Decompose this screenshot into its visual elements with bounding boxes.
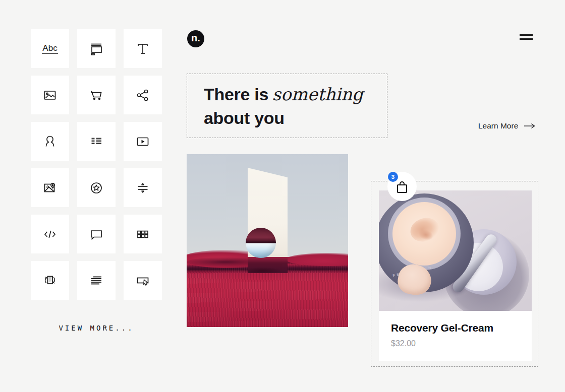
tile-align-left[interactable]: [77, 261, 116, 300]
tile-comment[interactable]: [77, 215, 116, 253]
product-image: FENTY SKIN: [379, 190, 532, 311]
page-sync-icon: [41, 272, 59, 290]
share-icon: [134, 86, 152, 104]
cart-badge: 3: [388, 172, 398, 182]
tile-page-sync[interactable]: [31, 261, 69, 300]
tile-image[interactable]: [31, 76, 69, 114]
align-left-icon: [87, 272, 105, 290]
button-cursor-icon: [134, 272, 152, 290]
vertical-spacer-icon: [134, 179, 152, 197]
star-badge-icon: [87, 179, 105, 197]
tile-code[interactable]: [31, 215, 69, 253]
comment-icon: [87, 225, 105, 243]
headline-line-1: There issomething: [204, 83, 387, 106]
spellcheck-icon: Abc: [42, 44, 58, 54]
shopping-bag-icon: [396, 180, 409, 194]
video-player-icon: [134, 133, 152, 151]
cart-button[interactable]: 3: [387, 172, 417, 201]
svg-text:G: G: [46, 185, 48, 188]
hero-image: [187, 154, 348, 327]
tile-article-list[interactable]: [77, 122, 116, 161]
product-title: Recovery Gel-Cream: [391, 322, 520, 334]
article-list-icon: [87, 133, 105, 151]
browser-window-icon: [87, 40, 105, 58]
tile-spellcheck[interactable]: Abc: [31, 29, 69, 68]
image-icon: [41, 86, 59, 104]
tile-shopping-cart[interactable]: [77, 76, 116, 114]
typography-icon: [134, 40, 152, 58]
tile-browser-window[interactable]: [77, 29, 116, 68]
product-card[interactable]: FENTY SKIN Recovery Gel-Cream $32.00: [371, 181, 538, 367]
view-more-link[interactable]: VIEW MORE...: [31, 324, 162, 332]
headline-emphasis: something: [272, 84, 363, 104]
arrow-right-icon: [524, 123, 536, 129]
tile-video-player[interactable]: [124, 122, 162, 161]
hero-sphere: [246, 228, 276, 258]
headline-line-2: about you: [204, 106, 387, 130]
tile-map-pin-image[interactable]: G: [31, 168, 69, 207]
component-icon-grid: AbcG: [31, 29, 162, 300]
product-info: Recovery Gel-Cream $32.00: [379, 311, 532, 348]
tile-grid-blocks[interactable]: [124, 215, 162, 253]
tile-star-badge[interactable]: [77, 168, 116, 207]
product-card-panel: FENTY SKIN Recovery Gel-Cream $32.00: [379, 190, 532, 361]
tile-typography[interactable]: [124, 29, 162, 68]
learn-more-link[interactable]: Learn More: [478, 121, 536, 130]
learn-more-label: Learn More: [478, 121, 518, 130]
page: AbcG VIEW MORE... n. There issomething a…: [0, 0, 565, 392]
grid-blocks-icon: [134, 225, 152, 243]
logo[interactable]: n.: [187, 30, 204, 47]
hero-headline-box: There issomething about you: [187, 74, 387, 138]
product-price: $32.00: [391, 339, 520, 348]
tile-button-cursor[interactable]: [124, 261, 162, 300]
tile-user[interactable]: [31, 122, 69, 161]
headline-text: There is: [204, 85, 268, 104]
code-icon: [41, 225, 59, 243]
map-pin-image-icon: G: [41, 179, 59, 197]
tile-share[interactable]: [124, 76, 162, 114]
tile-vertical-spacer[interactable]: [124, 168, 162, 207]
hamburger-menu-icon[interactable]: [520, 34, 533, 42]
shopping-cart-icon: [87, 86, 105, 104]
user-icon: [41, 133, 59, 151]
